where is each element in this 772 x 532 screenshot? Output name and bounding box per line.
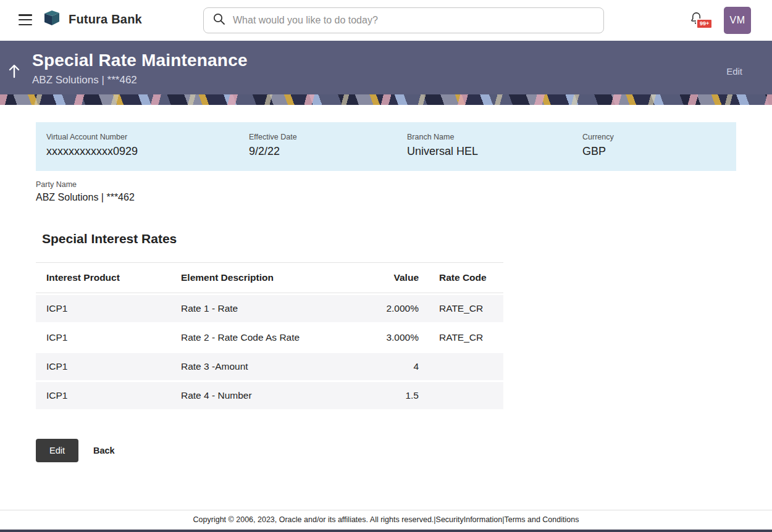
banner-text: Special Rate Maintenance ABZ Solutions |… [32, 51, 248, 86]
field-value: ABZ Solutions | ***462 [36, 192, 772, 203]
table-header-row: Interest Product Element Description Val… [36, 262, 503, 293]
cell-value: 4 [335, 361, 419, 372]
main-content: Virtual Account Number xxxxxxxxxxxx0929 … [0, 122, 772, 462]
summary-field-branch-name: Branch Name Universal HEL [407, 133, 582, 158]
bottom-edge-bar [0, 530, 772, 532]
cell-element-description: Rate 2 - Rate Code As Rate [181, 332, 335, 343]
cell-element-description: Rate 1 - Rate [181, 303, 335, 314]
account-summary-panel: Virtual Account Number xxxxxxxxxxxx0929 … [36, 122, 736, 171]
arrow-up-icon [7, 72, 21, 81]
cell-interest-product: ICP1 [36, 361, 181, 372]
rates-table: Interest Product Element Description Val… [36, 262, 503, 409]
column-header-rate-code: Rate Code [419, 272, 503, 283]
footer: Copyright © 2006, 2023, Oracle and/or it… [0, 510, 772, 530]
field-value: GBP [582, 145, 736, 158]
page-banner: Special Rate Maintenance ABZ Solutions |… [0, 41, 772, 105]
top-bar: Futura Bank 99+ VM [0, 0, 772, 41]
menu-button[interactable] [19, 14, 33, 26]
search-input[interactable] [233, 15, 595, 26]
field-value: xxxxxxxxxxxx0929 [46, 145, 249, 158]
field-label: Branch Name [407, 133, 582, 141]
banner-decoration [0, 94, 772, 105]
column-header-interest-product: Interest Product [36, 272, 181, 283]
page-title: Special Rate Maintenance [32, 51, 248, 70]
field-value: 9/2/22 [249, 145, 407, 158]
scroll-top-button[interactable] [7, 63, 21, 81]
cell-rate-code: RATE_CR [419, 303, 503, 314]
field-value: Universal HEL [407, 145, 582, 158]
avatar[interactable]: VM [724, 7, 751, 34]
brand-logo[interactable]: Futura Bank [42, 9, 142, 30]
page: Futura Bank 99+ VM [0, 0, 772, 532]
topbar-right: 99+ VM [689, 0, 751, 41]
field-label: Party Name [36, 180, 772, 189]
cell-element-description: Rate 4 - Number [181, 390, 335, 401]
terms-and-conditions-link[interactable]: Terms and Conditions [505, 515, 579, 524]
cell-value: 2.000% [335, 303, 419, 314]
copyright-text: Copyright © 2006, 2023, Oracle and/or it… [193, 515, 434, 524]
futura-bank-logo-icon [42, 9, 62, 30]
table-row: ICP1 Rate 4 - Number 1.5 [36, 382, 503, 409]
summary-field-effective-date: Effective Date 9/2/22 [249, 133, 407, 158]
action-buttons: Edit Back [36, 439, 772, 462]
party-name-field: Party Name ABZ Solutions | ***462 [36, 180, 772, 203]
cell-interest-product: ICP1 [36, 303, 181, 314]
field-label: Virtual Account Number [46, 133, 249, 141]
table-row: ICP1 Rate 1 - Rate 2.000% RATE_CR [36, 295, 503, 322]
security-information-link[interactable]: SecurityInformation [436, 515, 503, 524]
banner-edit-link[interactable]: Edit [726, 66, 742, 77]
cell-value: 3.000% [335, 332, 419, 343]
cell-interest-product: ICP1 [36, 390, 181, 401]
column-header-element-description: Element Description [181, 272, 335, 283]
page-subtitle: ABZ Solutions | ***462 [32, 74, 248, 86]
cell-interest-product: ICP1 [36, 332, 181, 343]
table-row: ICP1 Rate 3 -Amount 4 [36, 353, 503, 380]
edit-button[interactable]: Edit [36, 439, 78, 462]
notification-badge: 99+ [696, 19, 713, 29]
summary-field-currency: Currency GBP [582, 133, 736, 158]
column-header-value: Value [335, 272, 419, 283]
section-title: Special Interest Rates [42, 231, 772, 246]
notifications-button[interactable]: 99+ [689, 11, 705, 30]
brand-name: Futura Bank [69, 12, 142, 27]
cell-value: 1.5 [335, 390, 419, 401]
back-button[interactable]: Back [93, 446, 115, 455]
cell-element-description: Rate 3 -Amount [181, 361, 335, 372]
summary-field-virtual-account-number: Virtual Account Number xxxxxxxxxxxx0929 [46, 133, 249, 158]
field-label: Effective Date [249, 133, 407, 141]
search-icon [212, 12, 226, 28]
cell-rate-code: RATE_CR [419, 332, 503, 343]
global-search[interactable] [203, 7, 604, 33]
table-row: ICP1 Rate 2 - Rate Code As Rate 3.000% R… [36, 324, 503, 351]
field-label: Currency [582, 133, 736, 141]
hamburger-icon [19, 14, 32, 16]
